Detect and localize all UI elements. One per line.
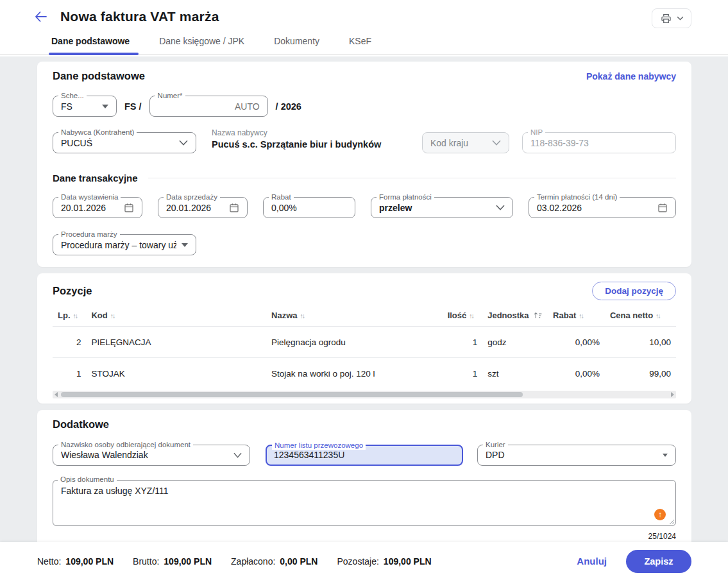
chevron-down-icon — [233, 452, 242, 458]
issue-date-value: 20.01.2026 — [61, 203, 124, 213]
buyer-name-value: Pucuś s.c. Sprzątanie biur i budynków — [212, 139, 422, 149]
basic-data-card: Dane podstawowe Pokaż dane nabywcy Sche.… — [37, 62, 691, 267]
schema-label: Sche... — [58, 91, 87, 100]
calendar-icon[interactable] — [229, 203, 239, 213]
total-zaplacono: Zapłacono:0,00 PLN — [231, 556, 317, 567]
scroll-top-icon[interactable]: ↑ — [654, 509, 666, 520]
chevron-down-icon — [496, 205, 505, 210]
payment-method-select[interactable]: Forma płatności przelew — [371, 197, 513, 218]
recipient-select[interactable]: Nazwisko osoby odbierającej dokument Wie… — [53, 445, 250, 466]
col-header-ilosc[interactable]: Ilość↑↓ — [443, 307, 483, 327]
scrollbar-track[interactable] — [60, 392, 668, 397]
additional-section-title: Dodatkowe — [53, 418, 676, 431]
discount-value: 0,00% — [271, 203, 347, 213]
waybill-label: Numer listu przewozowego — [272, 441, 366, 450]
print-menu-button[interactable] — [652, 8, 691, 28]
courier-select[interactable]: Kurier DPD — [477, 445, 676, 466]
total-pozostaje: Pozostaje:109,00 PLN — [337, 556, 431, 567]
margin-procedure-select[interactable]: Procedura marży Procedura marży – towary… — [53, 234, 196, 255]
tab-dane-ksiegowe-jpk[interactable]: Dane księgowe / JPK — [159, 33, 244, 54]
chevron-down-icon — [677, 16, 684, 21]
cell-jednostka: godz — [482, 327, 548, 358]
doc-number-year: / 2026 — [276, 101, 301, 112]
basic-section-title: Dane podstawowe — [53, 70, 145, 82]
tab-ksef[interactable]: KSeF — [349, 33, 371, 54]
country-code-value: Kod kraju — [430, 138, 492, 148]
number-field[interactable]: Numer* — [149, 96, 268, 117]
transaction-section-title: Dane transakcyjne — [53, 173, 138, 183]
cell-ilosc: 1 — [443, 327, 483, 358]
payment-due-field[interactable]: Termin płatności (14 dni) 03.02.2026 — [529, 197, 676, 218]
cell-cena-netto: 99,00 — [605, 358, 676, 389]
cancel-button[interactable]: Anuluj — [573, 553, 611, 569]
calendar-icon[interactable] — [124, 203, 134, 213]
buyer-label: Nabywca (Kontrahent) — [58, 128, 137, 137]
buyer-select[interactable]: Nabywca (Kontrahent) PUCUŚ — [53, 132, 196, 153]
dropdown-triangle-icon — [102, 105, 108, 108]
arrow-left-icon — [34, 11, 47, 22]
show-buyer-data-link[interactable]: Pokaż dane nabywcy — [586, 71, 676, 81]
add-item-button[interactable]: Dodaj pozycję — [592, 282, 676, 300]
scroll-left-icon[interactable] — [55, 392, 58, 397]
save-button[interactable]: Zapisz — [626, 550, 691, 573]
sort-icon: ↑↓ — [656, 312, 660, 320]
col-header-cena-netto[interactable]: Cena netto↑↓ — [605, 307, 676, 327]
sort-icon: ↑↓ — [73, 312, 78, 320]
tab-dokumenty[interactable]: Dokumenty — [274, 33, 319, 54]
schema-select[interactable]: Sche... FS — [53, 96, 117, 117]
description-textarea[interactable]: Faktura za usługę XYZ/111 — [53, 480, 676, 526]
dropdown-triangle-icon — [663, 454, 668, 457]
cell-lp: 1 — [53, 358, 86, 389]
issue-date-field[interactable]: Data wystawienia 20.01.2026 — [53, 197, 142, 218]
sale-date-label: Data sprzedaży — [164, 192, 220, 201]
number-label: Numer* — [155, 91, 185, 100]
cell-kod: STOJAK — [86, 358, 266, 389]
chevron-down-icon — [492, 140, 501, 146]
sale-date-field[interactable]: Data sprzedaży 20.01.2026 — [158, 197, 248, 218]
total-brutto: Brutto:109,00 PLN — [133, 556, 212, 567]
cell-rabat: 0,00% — [548, 327, 605, 358]
cell-kod: PIELĘGNACJA — [86, 327, 266, 358]
page-title: Nowa faktura VAT marża — [60, 9, 219, 24]
courier-label: Kurier — [483, 440, 508, 449]
col-header-jednostka[interactable]: Jednostka — [482, 307, 548, 327]
cell-nazwa: Pielęgnacja ogrodu — [266, 327, 443, 358]
dropdown-triangle-icon — [182, 243, 188, 247]
scroll-right-icon[interactable] — [671, 392, 674, 397]
scrollbar-thumb[interactable] — [61, 392, 523, 397]
printer-icon — [660, 13, 672, 24]
recipient-label: Nazwisko osoby odbierającej dokument — [58, 440, 193, 449]
doc-number-prefix: FS / — [124, 101, 142, 112]
discount-label: Rabat — [269, 192, 294, 201]
resize-handle-icon[interactable] — [669, 519, 675, 525]
recipient-value: Wiesława Walendziak — [61, 450, 233, 460]
items-card: Pozycje Dodaj pozycję Lp.↑↓ Kod↑↓ Nazwa↑… — [37, 273, 691, 404]
col-header-lp[interactable]: Lp.↑↓ — [53, 307, 86, 327]
schema-value: FS — [61, 101, 97, 112]
number-input[interactable] — [158, 101, 260, 112]
cell-ilosc: 1 — [443, 358, 483, 389]
waybill-input[interactable] — [274, 450, 455, 460]
horizontal-scrollbar[interactable] — [53, 391, 676, 398]
col-header-kod[interactable]: Kod↑↓ — [86, 307, 266, 327]
back-button[interactable] — [32, 8, 49, 25]
margin-procedure-value: Procedura marży – towary uż... — [61, 240, 176, 250]
item-row[interactable]: 2 PIELĘGNACJA Pielęgnacja ogrodu 1 godz … — [53, 327, 676, 358]
tab-dane-podstawowe[interactable]: Dane podstawowe — [51, 33, 130, 54]
sort-icon: ↑↓ — [110, 312, 115, 320]
item-row[interactable]: 1 STOJAK Stojak na worki o poj. 120 l 1 … — [53, 358, 676, 389]
cell-rabat: 0,00% — [548, 358, 605, 389]
cell-lp: 2 — [53, 327, 86, 358]
sort-icon: ↑↓ — [300, 312, 305, 320]
description-label: Opis dokumentu — [58, 475, 117, 484]
chevron-down-icon — [179, 140, 188, 146]
col-header-rabat[interactable]: Rabat↑↓ — [548, 307, 605, 327]
additional-card: Dodatkowe Nazwisko osoby odbierającej do… — [37, 410, 691, 543]
margin-procedure-label: Procedura marży — [58, 230, 120, 239]
col-header-nazwa[interactable]: Nazwa↑↓ — [266, 307, 443, 327]
total-netto: Netto:109,00 PLN — [37, 556, 114, 567]
discount-field[interactable]: Rabat 0,00% — [263, 197, 355, 218]
nip-value: 118-836-39-73 — [530, 138, 668, 148]
waybill-field[interactable]: Numer listu przewozowego — [266, 445, 463, 466]
calendar-icon[interactable] — [657, 203, 668, 213]
